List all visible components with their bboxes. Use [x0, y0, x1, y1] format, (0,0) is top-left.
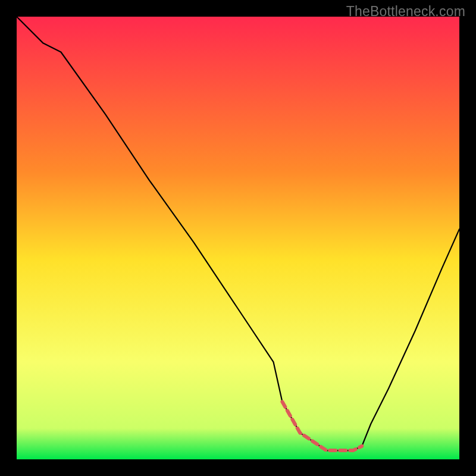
watermark-text: TheBottleneck.com: [346, 4, 465, 20]
plot-area: [17, 17, 459, 459]
chart-frame: TheBottleneck.com: [0, 0, 476, 476]
chart-svg: [17, 17, 459, 459]
